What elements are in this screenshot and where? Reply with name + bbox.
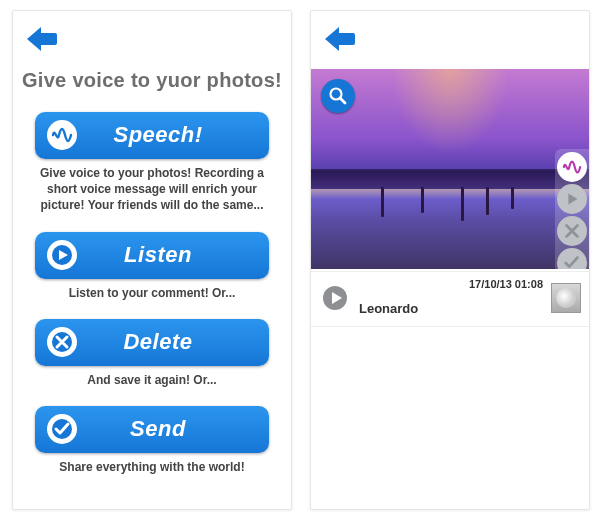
comment-author: Leonardo — [359, 301, 418, 316]
play-icon — [47, 240, 77, 270]
play-comment-button[interactable] — [321, 284, 349, 312]
photo-preview — [311, 69, 589, 269]
speech-button[interactable]: Speech! — [35, 112, 269, 159]
rail-play-button[interactable] — [557, 184, 587, 214]
waveform-icon — [47, 120, 77, 150]
rail-speech-button[interactable] — [557, 152, 587, 182]
play-icon — [322, 285, 348, 311]
button-label: Speech! — [77, 122, 269, 148]
button-label: Listen — [77, 242, 269, 268]
onboarding-screen: Give voice to yuor photos! Speech! Give … — [12, 10, 292, 510]
listen-caption: Listen to your comment! Or... — [31, 285, 273, 301]
check-circle-icon — [562, 253, 582, 269]
send-caption: Share everything with the world! — [31, 459, 273, 475]
zoom-button[interactable] — [321, 79, 355, 113]
rail-send-button[interactable] — [557, 248, 587, 269]
speech-caption: Give voice to your photos! Recording a s… — [31, 165, 273, 214]
magnify-icon — [328, 86, 348, 106]
comment-row: Leonardo 17/10/13 01:08 — [311, 271, 589, 327]
svg-line-5 — [341, 99, 346, 104]
button-label: Delete — [77, 329, 269, 355]
photo-action-rail — [555, 149, 589, 269]
comment-thumbnail[interactable] — [551, 283, 581, 313]
rail-delete-button[interactable] — [557, 216, 587, 246]
svg-marker-6 — [568, 194, 577, 205]
x-circle-icon — [47, 327, 77, 357]
photo-detail-screen: Leonardo 17/10/13 01:08 — [310, 10, 590, 510]
delete-caption: And save it again! Or... — [31, 372, 273, 388]
page-title: Give voice to yuor photos! — [13, 69, 291, 92]
waveform-icon — [562, 157, 582, 177]
back-button[interactable] — [323, 25, 357, 53]
play-icon — [562, 189, 582, 209]
comment-timestamp: 17/10/13 01:08 — [469, 278, 543, 290]
check-circle-icon — [47, 414, 77, 444]
x-circle-icon — [562, 221, 582, 241]
button-label: Send — [77, 416, 269, 442]
listen-button[interactable]: Listen — [35, 232, 269, 279]
send-button[interactable]: Send — [35, 406, 269, 453]
delete-button[interactable]: Delete — [35, 319, 269, 366]
back-button[interactable] — [25, 25, 59, 53]
